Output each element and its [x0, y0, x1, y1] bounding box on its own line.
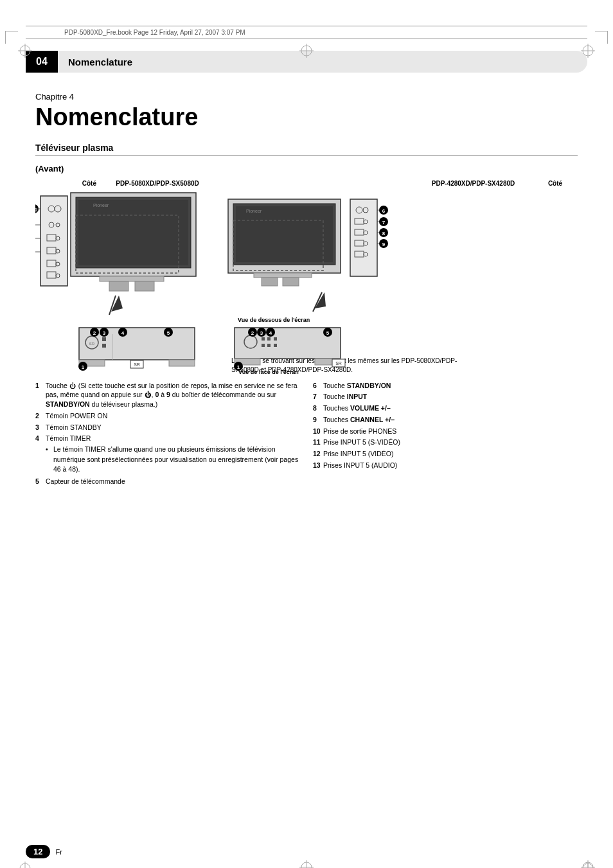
reg-mark-br2: [581, 860, 595, 868]
diagram-svg: Pioneer SR: [35, 190, 575, 376]
legend-col-right: 6 Touche STANDBY/ON 7 Touche INPUT 8 Tou…: [313, 381, 578, 488]
svg-text:Pioneer: Pioneer: [246, 209, 262, 213]
svg-text:10: 10: [35, 208, 37, 212]
svg-rect-27: [78, 200, 188, 265]
svg-rect-42: [169, 360, 195, 366]
svg-rect-105: [274, 344, 277, 347]
svg-text:Vue de face de l'écran: Vue de face de l'écran: [238, 369, 299, 375]
reg-mark-top-center: [299, 44, 314, 59]
legend-item-12: 12 Prise INPUT 5 (VIDÉO): [313, 449, 578, 459]
svg-text:3: 3: [260, 330, 263, 336]
svg-rect-104: [267, 344, 271, 347]
legend-item-9: 9 Touches CHANNEL +/–: [313, 415, 578, 425]
reg-mark-tl: [18, 44, 32, 58]
svg-rect-32: [135, 281, 154, 291]
svg-rect-37: [102, 337, 106, 341]
svg-text:8: 8: [382, 231, 386, 236]
svg-text:SR: SR: [335, 361, 342, 366]
sub-section-title: (Avant): [35, 164, 578, 173]
top-labels-row: Côté PDP-5080XD/PDP-SX5080D PDP-4280XD/P…: [35, 180, 578, 187]
reg-mark-bl: [18, 862, 32, 868]
legend-item-8: 8 Touches VOLUME +/–: [313, 403, 578, 413]
svg-text:5: 5: [167, 330, 170, 336]
svg-text:2: 2: [93, 330, 96, 336]
svg-rect-103: [262, 344, 265, 347]
right-side-label: Côté: [533, 180, 578, 187]
main-content: Chapitre 4 Nomenclature Téléviseur plasm…: [35, 73, 578, 488]
svg-rect-102: [274, 337, 277, 341]
svg-text:9: 9: [382, 242, 386, 247]
model-right-label: PDP-4280XD/PDP-SX4280D: [414, 180, 533, 187]
svg-text:2: 2: [251, 330, 254, 336]
crop-mark-tr: [595, 31, 608, 44]
legends-row: 1 Touche ⏻ (Si cette touche est sur la p…: [35, 381, 578, 488]
reg-mark-bottom-center: [299, 860, 314, 868]
legend-item-3: 3 Témoin STANDBY: [35, 423, 300, 432]
crop-mark-tl: [5, 31, 18, 44]
svg-text:SR: SR: [134, 362, 140, 367]
page-number: 12: [26, 845, 50, 858]
meta-text: PDP-5080XD_Fre.book Page 12 Friday, Apri…: [64, 29, 245, 36]
legend-item-2: 2 Témoin POWER ON: [35, 411, 300, 421]
page-lang: Fr: [55, 848, 62, 856]
svg-text:Vue de dessous de l'écran: Vue de dessous de l'écran: [238, 317, 310, 323]
model-left-label: PDP-5080XD/PDP-SX5080D: [100, 180, 215, 187]
svg-rect-100: [262, 337, 265, 341]
legend-item-1: 1 Touche ⏻ (Si cette touche est sur la p…: [35, 381, 300, 409]
svg-text:7: 7: [382, 220, 386, 226]
svg-rect-30: [100, 276, 164, 281]
legend-item-10: 10 Prise de sortie PHONES: [313, 427, 578, 436]
main-diagram: Pioneer SR: [35, 190, 578, 376]
svg-text:6: 6: [382, 208, 386, 214]
legend-item-11: 11 Prise INPUT 5 (S-VIDÉO): [313, 438, 578, 447]
svg-rect-101: [267, 337, 271, 341]
chapter-title-bar: Nomenclature: [58, 51, 587, 73]
title-block: Chapitre 4 Nomenclature: [35, 92, 578, 131]
svg-text:4: 4: [269, 330, 272, 336]
reg-mark-tr: [581, 44, 595, 58]
svg-text:SR: SR: [89, 342, 95, 346]
chapitre-label: Chapitre 4: [35, 92, 578, 102]
svg-rect-38: [102, 344, 106, 348]
svg-rect-60: [254, 273, 312, 278]
svg-text:1: 1: [82, 364, 85, 370]
bullet-item-4: Le témoin TIMER s'allume quand une ou pl…: [46, 445, 300, 475]
diagram-area: Côté PDP-5080XD/PDP-SX5080D PDP-4280XD/P…: [35, 180, 578, 375]
legend-col-left: 1 Touche ⏻ (Si cette touche est sur la p…: [35, 381, 300, 488]
page-footer: 12 Fr: [26, 845, 62, 858]
page-title: Nomenclature: [35, 104, 578, 131]
left-side-label: Côté: [35, 180, 100, 187]
legend-item-4: 4 Témoin TIMER Le témoin TIMER s'allume …: [35, 434, 300, 475]
svg-text:Pioneer: Pioneer: [93, 203, 109, 208]
svg-rect-61: [262, 278, 278, 286]
legend-item-13: 13 Prises INPUT 5 (AUDIO): [313, 461, 578, 470]
legend-item-6: 6 Touche STANDBY/ON: [313, 381, 578, 391]
section-title: Téléviseur plasma: [35, 143, 578, 156]
svg-text:4: 4: [121, 330, 125, 336]
legend-item-7: 7 Touche INPUT: [313, 392, 578, 402]
svg-text:3: 3: [103, 330, 106, 336]
svg-rect-65: [350, 199, 377, 276]
legend-item-5: 5 Capteur de télécommande: [35, 477, 300, 486]
svg-rect-31: [109, 281, 129, 291]
svg-rect-57: [236, 206, 333, 262]
svg-rect-62: [283, 278, 299, 286]
page: PDP-5080XD_Fre.book Page 12 Friday, Apri…: [0, 26, 613, 868]
meta-bar: PDP-5080XD_Fre.book Page 12 Friday, Apri…: [26, 26, 587, 39]
svg-text:5: 5: [326, 330, 330, 336]
